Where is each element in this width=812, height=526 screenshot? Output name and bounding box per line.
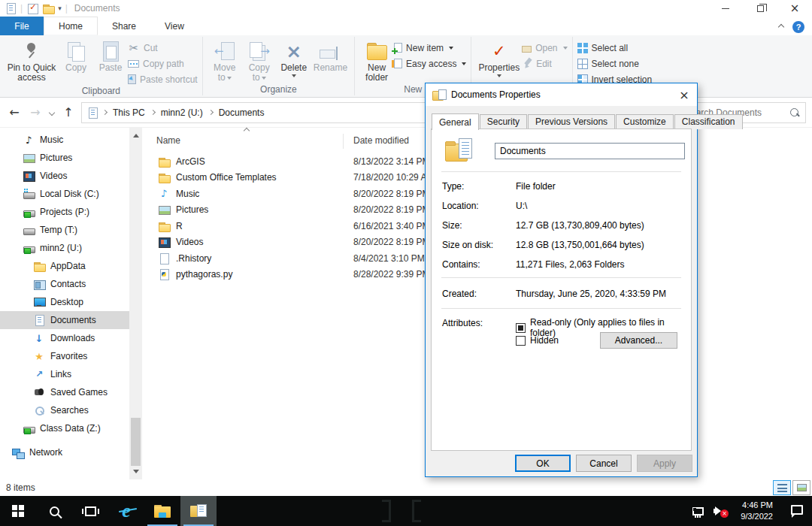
breadcrumb-documents[interactable]: Documents <box>217 107 266 118</box>
sidebar-item-projects-p[interactable]: Projects (P:) <box>0 203 129 221</box>
sidebar-item-searches[interactable]: Searches <box>0 401 129 419</box>
scissors-icon: ✂ <box>128 42 140 54</box>
column-header-name[interactable]: Name <box>156 135 180 146</box>
hidden-checkbox-row[interactable]: Hidden <box>516 335 559 346</box>
mute-badge-icon: × <box>720 509 729 518</box>
properties-window-button[interactable] <box>180 496 217 526</box>
scrollbar-thumb[interactable] <box>131 418 141 466</box>
sidebar-item-contacts[interactable]: Contacts <box>0 275 129 293</box>
sidebar-item-links[interactable]: ↗Links <box>0 365 129 383</box>
collapse-ribbon-button[interactable] <box>778 24 784 30</box>
dialog-titlebar: Documents Properties <box>426 83 697 106</box>
copy-to-button: Copy to <box>242 38 277 84</box>
taskbar-clock[interactable]: 4:46 PM 9/3/2022 <box>732 500 782 522</box>
search-icon[interactable] <box>789 107 801 119</box>
desktop-icon <box>33 296 45 308</box>
advanced-button[interactable]: Advanced... <box>600 332 677 349</box>
sidebar-item-temp-t[interactable]: Temp (T:) <box>0 221 129 239</box>
breadcrumb-this-pc[interactable]: This PC <box>111 107 147 118</box>
videos-icon <box>23 170 35 182</box>
properties-check-icon: ✓ <box>493 45 505 57</box>
breadcrumb-minn2-drive[interactable]: minn2 (U:) <box>159 107 205 118</box>
taskbar: e × 4:46 PM 9/3/2022 <box>0 496 812 526</box>
dialog-tab-customize[interactable]: Customize <box>616 114 674 129</box>
taskbar-search-button[interactable] <box>36 496 72 526</box>
python-file-icon <box>158 268 170 280</box>
edit-pencil-icon <box>522 58 532 69</box>
network-icon <box>692 507 704 515</box>
sidebar-item-minn2-u[interactable]: minn2 (U:) <box>0 239 129 257</box>
scroll-up-button[interactable] <box>129 128 142 141</box>
help-button[interactable]: ? <box>792 21 804 33</box>
file-explorer-button[interactable] <box>144 496 180 526</box>
open-button: Open <box>522 41 567 54</box>
action-center-button[interactable] <box>782 507 812 515</box>
delete-button[interactable]: × Delete <box>277 38 311 81</box>
created-row: Created:Thursday, June 25, 2020, 4:33:59… <box>442 289 683 299</box>
sidebar-item-appdata[interactable]: AppData <box>0 257 129 275</box>
hidden-checkbox[interactable] <box>516 336 526 346</box>
task-view-button[interactable] <box>72 496 108 526</box>
sidebar-item-desktop[interactable]: Desktop <box>0 293 129 311</box>
dialog-tab-security[interactable]: Security <box>480 114 527 129</box>
volume-tray-button[interactable]: × <box>709 496 732 526</box>
network-tray-button[interactable] <box>686 496 709 526</box>
divider <box>343 134 344 149</box>
easy-access-button[interactable]: Easy access <box>394 57 466 70</box>
internet-explorer-button[interactable]: e <box>108 496 144 526</box>
new-folder-button[interactable]: New folder <box>359 38 394 84</box>
dialog-close-button[interactable]: × <box>673 85 695 104</box>
back-button[interactable]: ← <box>6 105 23 119</box>
size-on-disk-row: Size on disk:12.8 GB (13,750,001,664 byt… <box>442 240 683 250</box>
sidebar-item-saved-games[interactable]: Saved Games <box>0 383 129 401</box>
select-none-button[interactable]: Select none <box>577 57 653 70</box>
thumbnails-view-button[interactable] <box>792 480 810 495</box>
copy-button: Copy <box>59 38 93 74</box>
properties-button[interactable]: ✓ Properties <box>476 38 522 81</box>
recent-locations-chevron-icon[interactable] <box>49 109 55 115</box>
dialog-tab-classification[interactable]: Classification <box>674 114 743 129</box>
start-button[interactable] <box>0 496 36 526</box>
restore-button[interactable] <box>743 0 777 17</box>
sidebar-scrollbar[interactable] <box>129 128 142 479</box>
clock-time: 4:46 PM <box>742 500 773 511</box>
disk-drive-icon <box>23 188 35 200</box>
dialog-title: Documents Properties <box>451 89 541 100</box>
quick-access-customize-chevron-icon[interactable]: ▾ <box>58 5 62 12</box>
ribbon-group-clipboard: Pin to Quick access Copy Paste ✂Cut Copy… <box>0 35 202 97</box>
close-button[interactable]: × <box>777 0 812 17</box>
dialog-tab-general[interactable]: General <box>432 113 479 130</box>
sidebar-item-videos[interactable]: Videos <box>0 167 129 185</box>
scroll-down-button[interactable] <box>129 467 142 479</box>
select-all-button[interactable]: Select all <box>577 41 653 54</box>
ok-button[interactable]: OK <box>515 455 571 472</box>
sidebar-item-pictures[interactable]: Pictures <box>0 149 129 167</box>
tab-view[interactable]: View <box>150 17 198 35</box>
sidebar-item-class-data-z[interactable]: Class Data (Z:) <box>0 419 129 437</box>
new-item-button[interactable]: New item <box>394 41 466 54</box>
sidebar-item-music[interactable]: ♪Music <box>0 131 129 149</box>
pictures-icon <box>158 204 170 216</box>
quick-access-folder-icon[interactable] <box>42 2 54 14</box>
quick-access-properties-icon[interactable] <box>26 2 38 14</box>
details-view-button[interactable] <box>773 480 791 495</box>
sidebar-item-downloads[interactable]: ↓Downloads <box>0 329 129 347</box>
dialog-tab-previous-versions[interactable]: Previous Versions <box>528 114 615 129</box>
sidebar-item-network[interactable]: Network <box>0 443 129 461</box>
tab-share[interactable]: Share <box>98 17 150 35</box>
up-button[interactable]: ↑ <box>60 105 77 119</box>
cancel-button[interactable]: Cancel <box>576 455 632 472</box>
chevron-down-icon <box>462 62 466 68</box>
folder-name-input[interactable] <box>495 143 685 159</box>
delete-x-icon: × <box>286 42 301 61</box>
sidebar-item-favorites[interactable]: ★Favorites <box>0 347 129 365</box>
pin-to-quick-access-button[interactable]: Pin to Quick access <box>5 38 59 84</box>
minimize-button[interactable] <box>708 0 743 17</box>
paste-button: Paste <box>93 38 128 74</box>
tab-home[interactable]: Home <box>44 17 98 35</box>
column-header-date-modified[interactable]: Date modified <box>353 135 409 146</box>
readonly-checkbox[interactable] <box>516 323 526 333</box>
sidebar-item-local-disk-c[interactable]: Local Disk (C:) <box>0 185 129 203</box>
sidebar-item-documents[interactable]: Documents <box>0 311 129 329</box>
tab-file[interactable]: File <box>0 17 44 35</box>
